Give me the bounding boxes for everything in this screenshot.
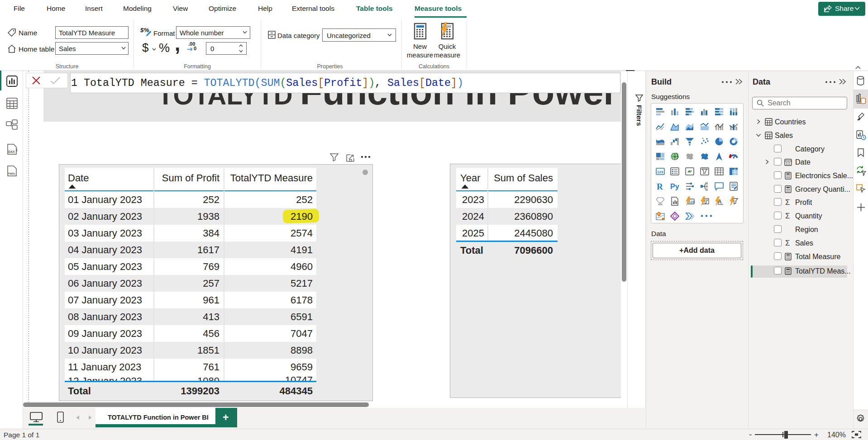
svg-text:123: 123 [657, 170, 663, 174]
svg-text:DAX: DAX [8, 150, 15, 153]
svg-text:Py: Py [670, 183, 679, 190]
svg-text:R: R [657, 182, 663, 191]
svg-text:TMDL: TMDL [8, 172, 16, 175]
